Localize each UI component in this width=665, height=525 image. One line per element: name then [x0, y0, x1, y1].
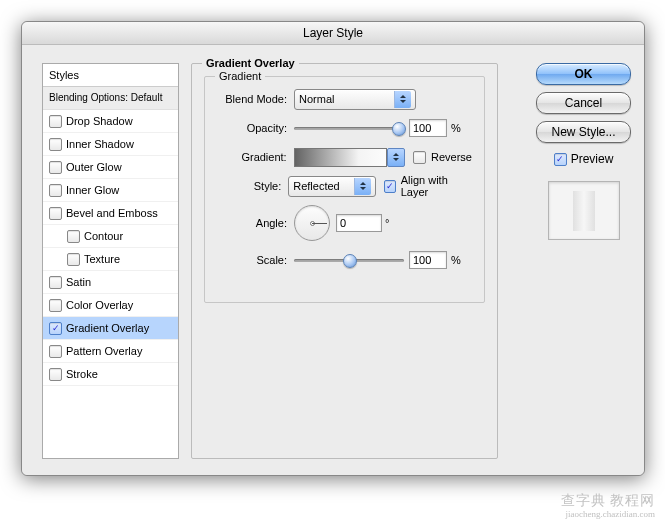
chevron-updown-icon — [354, 178, 371, 195]
blend-mode-select[interactable]: Normal — [294, 89, 416, 110]
style-row-outer-glow[interactable]: Outer Glow — [43, 156, 178, 179]
style-label: Satin — [66, 271, 91, 293]
style-checkbox[interactable] — [67, 253, 80, 266]
angle-input[interactable]: 0 — [336, 214, 382, 232]
slider-thumb[interactable] — [343, 254, 357, 268]
angle-label: Angle: — [217, 217, 294, 229]
watermark: 查字典 教程网 jiaocheng.chazidian.com — [561, 492, 656, 519]
cancel-button[interactable]: Cancel — [536, 92, 631, 114]
new-style-button[interactable]: New Style... — [536, 121, 631, 143]
dialog-body: Styles Blending Options: Default Drop Sh… — [22, 45, 644, 475]
style-value: Reflected — [293, 180, 352, 192]
scale-label: Scale: — [217, 254, 294, 266]
effect-panel: Gradient Overlay Gradient Blend Mode: No… — [191, 63, 498, 459]
style-checkbox[interactable] — [49, 161, 62, 174]
scale-unit: % — [451, 254, 461, 266]
style-row-contour[interactable]: Contour — [43, 225, 178, 248]
style-checkbox[interactable] — [49, 368, 62, 381]
slider-thumb[interactable] — [392, 122, 406, 136]
blend-mode-value: Normal — [299, 93, 392, 105]
style-checkbox[interactable] — [49, 207, 62, 220]
scale-input[interactable]: 100 — [409, 251, 447, 269]
style-label: Style: — [217, 180, 288, 192]
ok-button[interactable]: OK — [536, 63, 631, 85]
layer-style-dialog: Layer Style Styles Blending Options: Def… — [21, 21, 645, 476]
style-checkbox[interactable] — [49, 115, 62, 128]
style-checkbox[interactable] — [49, 138, 62, 151]
style-checkbox[interactable] — [67, 230, 80, 243]
gradient-group: Gradient Blend Mode: Normal Opacity: — [204, 76, 485, 303]
styles-list: Styles Blending Options: Default Drop Sh… — [42, 63, 179, 459]
style-row-stroke[interactable]: Stroke — [43, 363, 178, 386]
preview-label: Preview — [571, 152, 614, 166]
preview-checkbox[interactable]: ✓ — [554, 153, 567, 166]
style-row-satin[interactable]: Satin — [43, 271, 178, 294]
opacity-unit: % — [451, 122, 461, 134]
button-column: OK Cancel New Style... ✓ Preview — [537, 63, 630, 240]
scale-slider[interactable] — [294, 253, 404, 267]
style-row-texture[interactable]: Texture — [43, 248, 178, 271]
style-select[interactable]: Reflected — [288, 176, 376, 197]
align-checkbox[interactable]: ✓ — [384, 180, 396, 193]
chevron-updown-icon — [394, 91, 411, 108]
style-row-color-overlay[interactable]: Color Overlay — [43, 294, 178, 317]
style-label: Color Overlay — [66, 294, 133, 316]
style-row-pattern-overlay[interactable]: Pattern Overlay — [43, 340, 178, 363]
blend-mode-label: Blend Mode: — [217, 93, 294, 105]
align-label: Align with Layer — [401, 174, 472, 198]
gradient-label: Gradient: — [217, 151, 294, 163]
reverse-checkbox[interactable] — [413, 151, 426, 164]
style-checkbox[interactable] — [49, 299, 62, 312]
style-label: Contour — [84, 225, 123, 247]
style-row-bevel-and-emboss[interactable]: Bevel and Emboss — [43, 202, 178, 225]
gradient-group-title: Gradient — [215, 70, 265, 82]
opacity-label: Opacity: — [217, 122, 294, 134]
style-checkbox[interactable] — [49, 345, 62, 358]
style-label: Stroke — [66, 363, 98, 385]
opacity-input[interactable]: 100 — [409, 119, 447, 137]
reverse-label: Reverse — [431, 151, 472, 163]
style-checkbox[interactable] — [49, 184, 62, 197]
style-label: Drop Shadow — [66, 110, 133, 132]
style-label: Inner Shadow — [66, 133, 134, 155]
style-label: Outer Glow — [66, 156, 122, 178]
panel-title: Gradient Overlay — [202, 57, 299, 69]
preview-thumbnail — [548, 181, 620, 240]
style-row-inner-shadow[interactable]: Inner Shadow — [43, 133, 178, 156]
style-checkbox[interactable] — [49, 276, 62, 289]
angle-dial[interactable] — [294, 205, 330, 241]
opacity-slider[interactable] — [294, 121, 404, 135]
style-label: Inner Glow — [66, 179, 119, 201]
style-label: Pattern Overlay — [66, 340, 142, 362]
blending-options-row[interactable]: Blending Options: Default — [43, 87, 178, 110]
dialog-title: Layer Style — [22, 22, 644, 45]
style-row-gradient-overlay[interactable]: ✓Gradient Overlay — [43, 317, 178, 340]
gradient-dropdown-icon[interactable] — [387, 148, 405, 167]
gradient-swatch[interactable] — [294, 148, 387, 167]
style-label: Bevel and Emboss — [66, 202, 158, 224]
style-label: Gradient Overlay — [66, 317, 149, 339]
styles-header[interactable]: Styles — [43, 64, 178, 87]
angle-unit: ° — [385, 217, 389, 229]
style-row-drop-shadow[interactable]: Drop Shadow — [43, 110, 178, 133]
style-row-inner-glow[interactable]: Inner Glow — [43, 179, 178, 202]
style-checkbox[interactable]: ✓ — [49, 322, 62, 335]
style-label: Texture — [84, 248, 120, 270]
